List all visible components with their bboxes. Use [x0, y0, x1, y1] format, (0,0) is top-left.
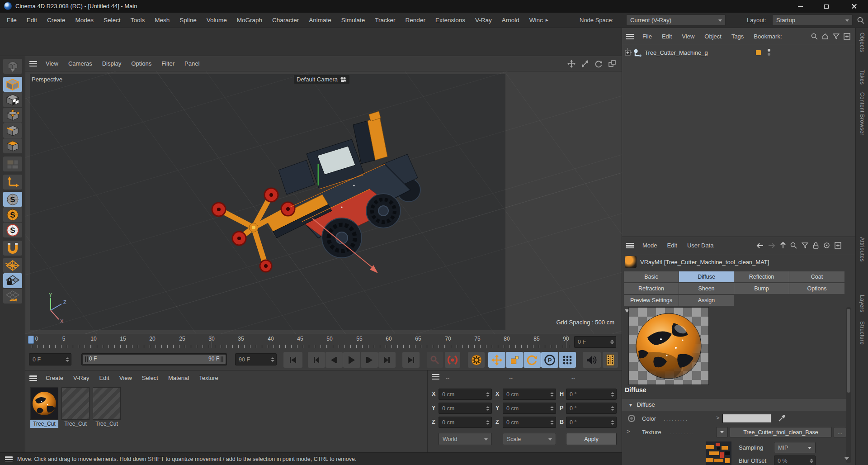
vp-menu-cameras[interactable]: Cameras — [63, 56, 97, 71]
texture-mode-button[interactable] — [3, 92, 22, 107]
object-name[interactable]: Tree_Cutter_Machine_g — [645, 49, 708, 56]
enable-snap-button[interactable]: S — [3, 192, 22, 207]
tweak-mode-button[interactable] — [3, 157, 22, 171]
tab-preview-settings[interactable]: Preview Settings — [624, 295, 679, 306]
tab-basic[interactable]: Basic — [624, 271, 679, 282]
target-icon[interactable] — [823, 242, 830, 249]
attr-menu-userdata[interactable]: User Data — [682, 238, 719, 253]
menu-tracker[interactable]: Tracker — [370, 13, 400, 28]
add-icon[interactable] — [834, 242, 842, 249]
material-item[interactable]: Tree_Cut — [30, 387, 58, 428]
menu-character[interactable]: Character — [267, 13, 304, 28]
material-preview[interactable] — [628, 307, 709, 385]
viewport-canvas[interactable]: Perspective Default Camera Grid Spacing … — [25, 71, 622, 334]
tab-assign[interactable]: Assign — [679, 295, 734, 306]
lock-icon[interactable] — [812, 242, 819, 249]
rotation-h-field[interactable]: 0 ° — [566, 389, 617, 400]
menu-tools[interactable]: Tools — [126, 13, 150, 28]
menu-spline[interactable]: Spline — [175, 13, 202, 28]
autokey-pla-toggle[interactable] — [559, 352, 576, 368]
snap-3d-button[interactable]: S — [3, 207, 22, 222]
attributes-scrollbar[interactable] — [846, 307, 851, 463]
vp-menu-panel[interactable]: Panel — [179, 56, 204, 71]
vp-menu-filter[interactable]: Filter — [156, 56, 179, 71]
menu-overflow-icon[interactable]: ▶ — [544, 13, 550, 28]
coords-menu-icon[interactable] — [428, 374, 443, 380]
menu-render[interactable]: Render — [401, 13, 430, 28]
close-button[interactable] — [840, 0, 868, 13]
spinner[interactable] — [66, 357, 69, 362]
menu-select[interactable]: Select — [99, 13, 126, 28]
mat-menu-view[interactable]: View — [114, 370, 137, 386]
polygon-mode-button[interactable] — [3, 138, 22, 153]
apply-button[interactable]: Apply — [566, 433, 617, 445]
tab-takes[interactable]: Takes — [859, 70, 865, 85]
material-item[interactable]: Tree_Cut — [61, 387, 90, 428]
vp-menu-view[interactable]: View — [41, 56, 63, 71]
material-label[interactable]: Tree_Cut — [61, 420, 90, 428]
make-editable-button[interactable] — [3, 59, 22, 74]
spinner[interactable] — [271, 357, 274, 362]
menu-volume[interactable]: Volume — [202, 13, 232, 28]
menu-file[interactable]: File — [2, 13, 22, 28]
snap-2d-button[interactable]: S — [3, 223, 22, 237]
tab-reflection[interactable]: Reflection — [734, 271, 789, 282]
tab-coat[interactable]: Coat — [789, 271, 844, 282]
blur-offset-field[interactable]: 0 % — [774, 456, 816, 465]
menu-animate[interactable]: Animate — [304, 13, 336, 28]
lock-workplane-button[interactable] — [3, 273, 22, 288]
om-menu-view[interactable]: View — [677, 29, 699, 44]
menu-mograph[interactable]: MoGraph — [232, 13, 267, 28]
current-frame-field[interactable]: 0 F — [574, 336, 616, 348]
tab-options[interactable]: Options — [789, 283, 844, 294]
layout-select[interactable]: Startup — [772, 14, 853, 26]
range-start-grip[interactable] — [85, 356, 86, 362]
tab-bump[interactable]: Bump — [734, 283, 789, 294]
material-item[interactable]: Tree_Cut — [93, 387, 121, 428]
edge-mode-button[interactable] — [3, 123, 22, 138]
autokey-parameter-toggle[interactable]: P — [541, 352, 558, 368]
prev-key-button[interactable] — [308, 352, 325, 368]
scale-z-field[interactable]: 0 cm — [503, 417, 556, 428]
coordinate-space-select[interactable]: World — [439, 433, 492, 445]
timeline-film-button[interactable] — [603, 352, 618, 368]
attr-menu-edit[interactable]: Edit — [662, 238, 682, 253]
tab-refraction[interactable]: Refraction — [624, 283, 679, 294]
mat-menu-vray[interactable]: V-Ray — [68, 370, 94, 386]
sampling-select[interactable]: MIP — [774, 442, 816, 453]
spinner[interactable] — [610, 340, 614, 344]
autokey-position-toggle[interactable] — [488, 352, 505, 368]
position-x-field[interactable]: 0 cm — [439, 389, 492, 400]
vp-menu-display[interactable]: Display — [97, 56, 127, 71]
tab-diffuse[interactable]: Diffuse — [679, 271, 734, 282]
view-pan-icon[interactable] — [566, 59, 576, 69]
texture-name-field[interactable]: Tree_Cutter_tool_clean_Base — [730, 427, 832, 437]
timeline-ruler[interactable]: 0 5 10 15 20 25 30 35 40 45 50 55 60 65 … — [25, 334, 622, 349]
search-icon[interactable] — [790, 242, 797, 249]
material-label[interactable]: Tree_Cut — [93, 420, 121, 428]
end-frame-spinner[interactable]: 90 F — [235, 353, 277, 365]
menu-window[interactable]: Winc — [524, 13, 544, 28]
tab-objects[interactable]: Objects — [859, 33, 865, 52]
mat-menu-material[interactable]: Material — [163, 370, 194, 386]
frame-spinner[interactable]: 0 F — [29, 353, 71, 365]
add-icon[interactable] — [843, 33, 851, 40]
maximize-button[interactable] — [814, 0, 839, 13]
goto-end-button[interactable] — [402, 352, 420, 368]
home-icon[interactable] — [821, 33, 829, 40]
tab-content-browser[interactable]: Content Browser — [859, 92, 865, 135]
magnet-snap-button[interactable] — [3, 241, 22, 256]
keyframe-settings-button[interactable] — [468, 352, 485, 368]
autokey-record-button[interactable] — [445, 352, 460, 368]
rotation-b-field[interactable]: 0 ° — [566, 417, 617, 428]
range-end-grip[interactable] — [221, 356, 222, 362]
material-menu-icon[interactable] — [25, 375, 41, 381]
tab-attributes[interactable]: Attributes — [859, 237, 865, 262]
filter-icon[interactable] — [801, 242, 809, 249]
object-row[interactable]: Tree_Cutter_Machine_g — [622, 48, 856, 59]
color-expand[interactable]: > — [716, 414, 720, 421]
menu-create[interactable]: Create — [42, 13, 71, 28]
scroll-down-icon[interactable] — [844, 457, 849, 460]
preview-range-slider[interactable]: 0 F 90 F — [81, 353, 227, 365]
layer-color-chip[interactable] — [755, 50, 761, 56]
